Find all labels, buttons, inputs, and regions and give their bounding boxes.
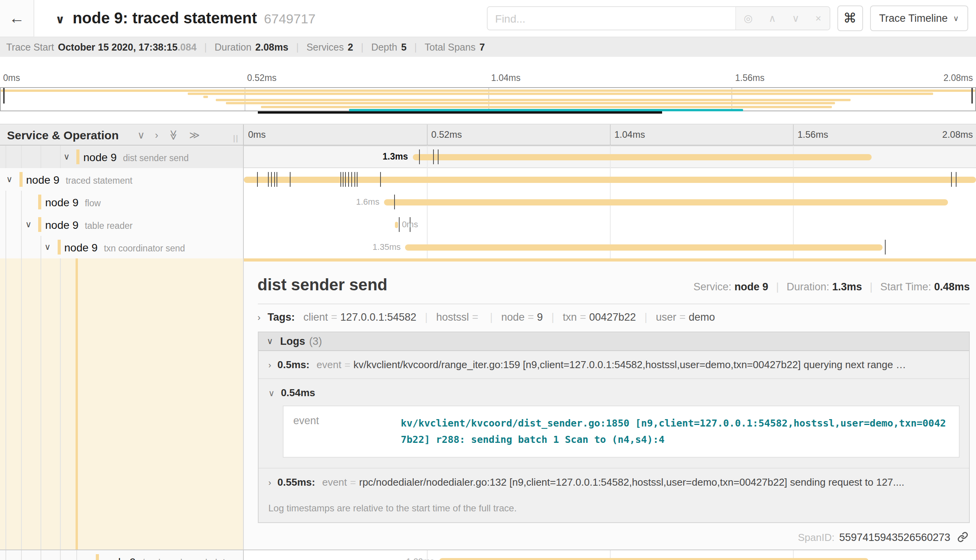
log-entry-row[interactable]: ›0.55ms:event=rpc/nodedialer/nodedialer.… (258, 467, 969, 495)
span-timeline-cell[interactable]: 1.6ms (243, 191, 976, 213)
tree-guide-line (5, 191, 6, 213)
span-timeline-cell[interactable]: 1.3ms (243, 146, 976, 168)
span-name-cell[interactable]: node 9flow (0, 191, 243, 213)
span-row[interactable]: ∨node 9traced statement (0, 168, 976, 191)
equals-sign: = (528, 311, 534, 323)
trace-summary-label: Total Spans (425, 42, 476, 53)
log-timestamp: 0.5ms: (277, 359, 309, 370)
log-entry-expanded: ∨0.54mseventkv/kvclient/kvcoord/dist_sen… (258, 378, 969, 467)
service-color-swatch (57, 240, 60, 255)
page-title: node 9: traced statement (72, 9, 257, 27)
view-select-button[interactable]: Trace Timeline ∨ (870, 5, 968, 31)
minimap-scrubber[interactable] (258, 111, 662, 114)
back-button[interactable]: ← (0, 0, 34, 37)
chevron-right-icon: › (268, 477, 271, 487)
detail-meta-value: 0.48ms (934, 281, 970, 293)
operation-name: table reader (85, 221, 133, 230)
span-bar[interactable] (243, 176, 976, 183)
separator: | (551, 311, 554, 323)
timeline-ruler: 0ms0.52ms1.04ms1.56ms2.08ms (243, 125, 976, 145)
span-timeline-cell[interactable]: 1.35ms (243, 236, 976, 258)
minimap-drag-handle-left[interactable] (3, 88, 5, 104)
span-bar[interactable] (405, 244, 883, 250)
service-color-swatch (95, 554, 99, 560)
operation-name: traced statement (66, 176, 132, 185)
tree-guide-line (41, 146, 41, 168)
span-bar[interactable] (384, 199, 948, 205)
service-name: node 9 (26, 174, 60, 186)
detail-meta-value: 1.3ms (832, 281, 862, 293)
minimap-canvas[interactable] (0, 87, 976, 111)
separator: | (204, 42, 207, 53)
operation-name: txn coordinator send (104, 244, 185, 253)
trace-summary-label: Duration (215, 42, 252, 53)
collapse-one-icon[interactable]: ∨ (137, 130, 145, 140)
log-entry-header[interactable]: ∨0.54ms (268, 384, 961, 406)
span-row[interactable]: node 9/cockroach.roachpb.I...1.22ms (0, 550, 976, 560)
log-marker-tick (340, 172, 341, 187)
grid-header: Service & Operation ∨›≫≫ || 0ms0.52ms1.0… (0, 124, 976, 146)
span-bar[interactable] (413, 154, 872, 160)
span-name-cell[interactable]: ∨node 9traced statement (0, 168, 243, 191)
log-marker-tick (268, 172, 269, 187)
find-input[interactable] (487, 7, 735, 30)
detail-meta-label: Service: (694, 281, 735, 293)
scope-icon[interactable]: ◎ (744, 12, 753, 24)
next-result-icon[interactable]: ∨ (792, 12, 800, 24)
span-row[interactable]: ∨node 9dist sender send1.3ms (0, 146, 976, 168)
log-marker-tick (433, 149, 434, 164)
minimap-scrubber-track (0, 111, 976, 114)
service-color-swatch (38, 217, 41, 232)
expand-one-icon[interactable]: › (155, 130, 159, 140)
ruler-tick-label: 2.08ms (942, 129, 973, 140)
span-bar[interactable] (439, 558, 868, 560)
log-marker-tick (885, 240, 886, 255)
span-timeline-cell[interactable] (243, 168, 976, 191)
span-name-cell[interactable]: ∨node 9table reader (0, 213, 243, 236)
log-marker-tick (357, 172, 358, 187)
span-row[interactable]: ∨node 9table reader0ms (0, 213, 976, 236)
service-name: node 9 (64, 241, 98, 254)
title-collapse-icon[interactable]: ∨ (55, 12, 65, 26)
span-row[interactable]: node 9flow1.6ms (0, 191, 976, 213)
log-marker-tick (419, 149, 420, 164)
span-expander-icon[interactable]: ∨ (25, 213, 32, 236)
trace-summary-bar: Trace StartOctober 15 2020, 17:38:15.084… (0, 37, 976, 57)
grid-header-left: Service & Operation ∨›≫≫ || (0, 125, 243, 145)
span-name-cell[interactable]: node 9/cockroach.roachpb.I... (0, 550, 243, 560)
link-icon[interactable] (957, 532, 968, 542)
prev-result-icon[interactable]: ∧ (768, 12, 776, 24)
span-bar[interactable] (395, 221, 398, 228)
minimap-drag-handle-right[interactable] (971, 88, 973, 104)
span-expander-icon[interactable]: ∨ (63, 146, 70, 168)
log-marker-tick (277, 172, 277, 187)
span-timeline-cell[interactable]: 1.22ms (243, 550, 976, 560)
column-resizer-handle[interactable]: || (233, 134, 239, 142)
keyboard-shortcuts-button[interactable]: ⌘ (837, 5, 863, 31)
span-expander-icon[interactable]: ∨ (6, 168, 12, 191)
span-detail-title: dist sender send (257, 276, 388, 294)
timeline-gridline (426, 213, 427, 236)
detail-meta-value: node 9 (735, 281, 768, 293)
tree-guide-line (60, 550, 60, 560)
span-id-value: 5597415943526560273 (839, 531, 950, 543)
tags-row[interactable]: › Tags: client=127.0.0.1:54582|hostssl=|… (257, 311, 970, 323)
span-detail-panel: dist sender send Service: node 9|Duratio… (243, 258, 976, 549)
span-name-cell[interactable]: ∨node 9dist sender send (0, 146, 243, 168)
service-name: node 9 (45, 196, 79, 209)
span-name-cell[interactable]: ∨node 9txn coordinator send (0, 236, 243, 258)
expand-all-icon[interactable]: ≫ (189, 130, 200, 140)
span-expander-icon[interactable]: ∨ (44, 236, 51, 258)
log-field-value: kv/kvclient/kvcoord/range_iter.go:159 [n… (354, 359, 906, 370)
tag-key: user (656, 311, 677, 323)
clear-search-icon[interactable]: × (816, 12, 821, 24)
logs-header[interactable]: ∨ Logs (3) (258, 332, 969, 351)
span-row[interactable]: ∨node 9txn coordinator send1.35ms (0, 236, 976, 258)
log-entry-row[interactable]: ›0.5ms:event=kv/kvclient/kvcoord/range_i… (258, 351, 969, 378)
ruler-gridline (793, 125, 794, 145)
log-marker-tick (271, 172, 272, 187)
span-timeline-cell[interactable]: 0ms (243, 213, 976, 236)
collapse-all-icon[interactable]: ≫ (169, 129, 179, 140)
tag-value: demo (689, 311, 715, 323)
minimap-ruler: 0ms0.52ms1.04ms1.56ms2.08ms (0, 73, 976, 87)
